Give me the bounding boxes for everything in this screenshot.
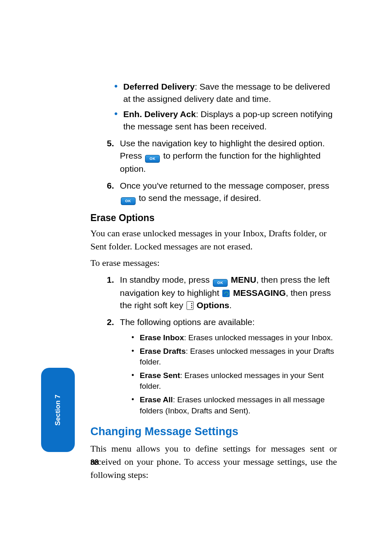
sub-bullet-text: Erase All: Erases unlocked messages in a… xyxy=(140,394,337,416)
bullet-dot-icon: • xyxy=(131,346,140,368)
section-tab-label: Section 7 xyxy=(54,394,62,426)
messaging-icon xyxy=(222,290,230,297)
sub-bullet-erase-all: • Erase All: Erases unlocked messages in… xyxy=(131,394,337,416)
bullet-deferred-delivery: • Deferred Delivery: Save the message to… xyxy=(114,81,337,106)
sub-bullet-erase-inbox: • Erase Inbox: Erases unlocked messages … xyxy=(131,332,337,344)
erase-options-heading: Erase Options xyxy=(90,212,337,224)
bullet-dot-icon: • xyxy=(131,394,140,416)
sub-bullet-term: Erase Sent xyxy=(140,371,180,380)
step-body: Once you've returned to the message comp… xyxy=(120,180,334,205)
sub-bullet-desc: : Erases unlocked messages in your Inbox… xyxy=(184,333,333,342)
step-body: Use the navigation key to highlight the … xyxy=(120,137,334,175)
ok-button-icon: OK xyxy=(121,197,136,205)
softkey-icon xyxy=(187,301,194,310)
changing-message-settings-heading: Changing Message Settings xyxy=(90,425,337,438)
bullet-dot-icon: • xyxy=(114,81,123,106)
page-number: 88 xyxy=(90,458,99,467)
bullet-term: Deferred Delivery xyxy=(123,82,195,91)
sub-bullet-term: Erase Inbox xyxy=(140,333,184,342)
bullet-enh-delivery-ack: • Enh. Delivery Ack: Displays a pop-up s… xyxy=(114,108,337,133)
bullet-term: Enh. Delivery Ack xyxy=(123,109,196,119)
sub-bullet-term: Erase All xyxy=(140,395,173,404)
section-tab: Section 7 xyxy=(41,368,75,452)
step-number: 1. xyxy=(107,274,118,286)
bullet-text: Deferred Delivery: Save the message to b… xyxy=(123,81,337,106)
sub-bullet-erase-sent: • Erase Sent: Erases unlocked messages i… xyxy=(131,370,337,392)
step6-post: to send the message, if desired. xyxy=(136,193,261,203)
sub-bullet-text: Erase Sent: Erases unlocked messages in … xyxy=(140,370,337,392)
erase-options-para-1: You can erase unlocked messages in your … xyxy=(90,227,337,253)
messaging-label: MESSAGING xyxy=(233,288,286,298)
t1: In standby mode, press xyxy=(120,275,212,284)
sub-bullet-text: Erase Drafts: Erases unlocked messages i… xyxy=(140,346,337,368)
sub-bullet-text: Erase Inbox: Erases unlocked messages in… xyxy=(140,332,337,344)
ok-button-icon: OK xyxy=(213,279,228,287)
erase-step-2: 2. The following options are available: xyxy=(107,316,337,328)
step-5: 5. Use the navigation key to highlight t… xyxy=(107,137,337,175)
step-body: The following options are available: xyxy=(120,316,334,328)
step-number: 5. xyxy=(107,137,118,150)
step-number: 6. xyxy=(107,180,118,192)
step6-pre: Once you've returned to the message comp… xyxy=(120,181,329,190)
erase-step-1: 1. In standby mode, press OK MENU, then … xyxy=(107,274,337,312)
options-label: Options xyxy=(197,300,229,310)
step-6: 6. Once you've returned to the message c… xyxy=(107,180,337,205)
step-body: In standby mode, press OK MENU, then pre… xyxy=(120,274,334,312)
bullet-dot-icon: • xyxy=(131,370,140,392)
menu-label: MENU xyxy=(231,275,256,284)
t4: . xyxy=(229,300,232,310)
changing-message-settings-para: This menu allows you to define settings … xyxy=(90,442,337,482)
step-number: 2. xyxy=(107,316,118,328)
ok-button-icon: OK xyxy=(145,155,160,163)
sub-bullet-term: Erase Drafts xyxy=(140,347,186,355)
page: Section 7 • Deferred Delivery: Save the … xyxy=(0,0,392,542)
bullet-dot-icon: • xyxy=(131,332,140,344)
sub-bullet-erase-drafts: • Erase Drafts: Erases unlocked messages… xyxy=(131,346,337,368)
content-area: • Deferred Delivery: Save the message to… xyxy=(90,78,337,485)
bullet-dot-icon: • xyxy=(114,108,123,133)
bullet-text: Enh. Delivery Ack: Displays a pop-up scr… xyxy=(123,108,337,133)
erase-options-para-2: To erase messages: xyxy=(90,256,337,270)
